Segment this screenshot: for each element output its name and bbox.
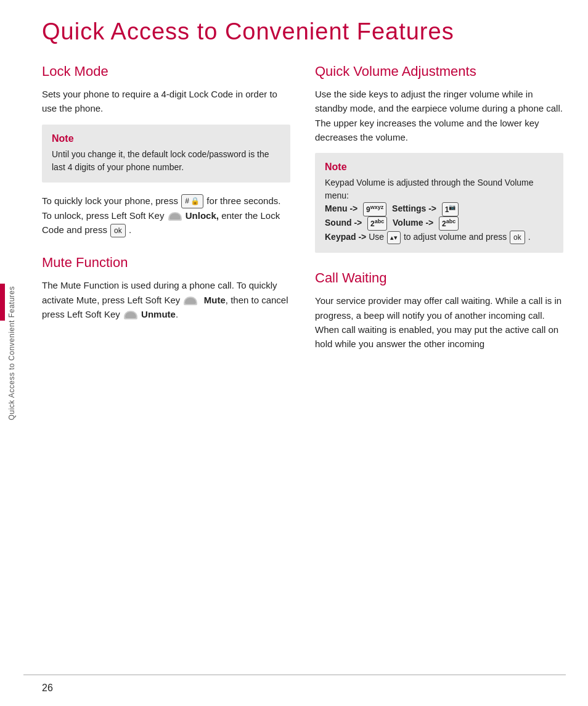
key-2abc-sound: 2abc — [367, 216, 387, 231]
sidebar-accent-bar — [0, 284, 5, 321]
mute-function-section: Mute Function The Mute Function is used … — [42, 255, 290, 321]
lock-mode-note-label: Note — [52, 133, 280, 144]
unlock-label: Unlock, — [186, 210, 219, 221]
menu-nav-label: Menu -> — [325, 203, 360, 213]
left-column: Lock Mode Sets your phone to require a 4… — [42, 64, 290, 359]
quick-volume-body: Use the side keys to adjust the ringer v… — [315, 87, 563, 144]
soft-key-icon-unmute — [124, 311, 137, 319]
lock-mode-body: To quickly lock your phone, press # 🔒 fo… — [42, 194, 290, 238]
key-9wxyz: 9wxyz — [363, 202, 386, 216]
right-column: Quick Volume Adjustments Use the side ke… — [315, 64, 563, 359]
call-waiting-body: Your service provider may offer call wai… — [315, 293, 563, 351]
lock-mode-section: Lock Mode Sets your phone to require a 4… — [42, 64, 290, 237]
hash-space-key-icon: # 🔒 — [181, 194, 203, 208]
page-number: 26 — [23, 683, 53, 694]
ok-key-icon-volume: ok — [510, 231, 525, 244]
lock-mode-intro: Sets your phone to require a 4-digit Loc… — [42, 87, 290, 116]
sidebar: Quick Access to Convenient Features — [0, 0, 23, 706]
volume-note-label: Note — [325, 162, 553, 173]
mute-label: Mute — [204, 295, 226, 305]
two-column-layout: Lock Mode Sets your phone to require a 4… — [42, 64, 563, 359]
quick-volume-section: Quick Volume Adjustments Use the side ke… — [315, 64, 563, 253]
mute-function-body: The Mute Function is used during a phone… — [42, 278, 290, 321]
key-1: 1📷 — [442, 202, 459, 216]
nav-up-down-icon: ▴▾ — [387, 231, 401, 244]
lock-mode-note-text: Until you change it, the default lock co… — [52, 148, 280, 174]
unmute-label: Unmute — [141, 309, 176, 319]
volume-nav-label: Volume -> — [390, 218, 436, 228]
sound-nav-label: Sound -> — [325, 218, 364, 228]
page-title: Quick Access to Convenient Features — [42, 18, 563, 45]
mute-function-heading: Mute Function — [42, 255, 290, 271]
lock-mode-note-box: Note Until you change it, the default lo… — [42, 125, 290, 183]
soft-key-icon-left — [168, 212, 182, 221]
key-2abc-vol: 2abc — [439, 216, 459, 231]
ok-key-icon: ok — [110, 224, 126, 238]
soft-key-icon-mute — [184, 297, 197, 305]
main-content: Quick Access to Convenient Features Lock… — [23, 0, 588, 706]
volume-note-box: Note Keypad Volume is adjusted through t… — [315, 153, 563, 253]
quick-volume-heading: Quick Volume Adjustments — [315, 64, 563, 80]
call-waiting-heading: Call Waiting — [315, 270, 563, 286]
bottom-divider — [23, 675, 566, 675]
call-waiting-section: Call Waiting Your service provider may o… — [315, 270, 563, 351]
lock-mode-heading: Lock Mode — [42, 64, 290, 80]
volume-note-text: Keypad Volume is adjusted through the So… — [325, 176, 553, 244]
sidebar-label: Quick Access to Convenient Features — [7, 286, 16, 421]
keypad-nav-label: Keypad -> — [325, 232, 366, 242]
settings-nav-label: Settings -> — [390, 203, 439, 213]
